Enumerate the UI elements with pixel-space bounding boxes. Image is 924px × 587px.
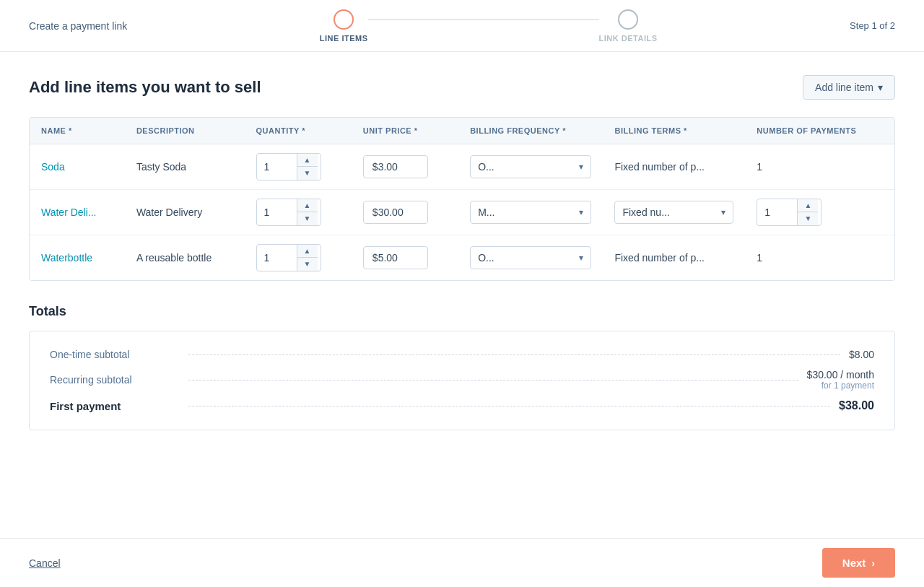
col-name: NAME *	[30, 118, 125, 144]
chevron-down-icon: ▾	[579, 162, 583, 172]
step-connector	[368, 19, 599, 20]
table-row: WaterbottleA reusable bottle ▲ ▼ O... ▾ …	[30, 235, 894, 281]
payments-stepper[interactable]: ▲ ▼	[757, 199, 821, 226]
totals-box: One-time subtotal$8.00Recurring subtotal…	[29, 331, 895, 430]
table-header-row: NAME * DESCRIPTION QUANTITY * UNIT PRICE…	[30, 118, 894, 144]
totals-row: Recurring subtotal$30.00 / monthfor 1 pa…	[50, 369, 874, 391]
quantity-increment[interactable]: ▲	[297, 154, 318, 167]
totals-sub: for 1 payment	[807, 381, 874, 391]
totals-value: $38.00	[839, 399, 874, 412]
page-header: Create a payment link LINE ITEMS LINK DE…	[0, 0, 924, 52]
table-row: Water Deli...Water Delivery ▲ ▼ M... ▾ F…	[30, 190, 894, 235]
totals-section: Totals One-time subtotal$8.00Recurring s…	[29, 304, 895, 430]
totals-label: First payment	[50, 400, 180, 412]
billing-frequency-dropdown[interactable]: O... ▾	[470, 155, 591, 178]
billing-terms-value: Fixed nu...	[622, 206, 669, 218]
chevron-down-icon: ▾	[579, 253, 583, 263]
quantity-input[interactable]	[257, 157, 297, 177]
item-description: Tasty Soda	[125, 144, 245, 190]
chevron-down-icon: ▾	[721, 207, 725, 217]
quantity-spinners: ▲ ▼	[297, 154, 318, 180]
quantity-increment[interactable]: ▲	[297, 245, 318, 258]
quantity-stepper[interactable]: ▲ ▼	[256, 153, 321, 181]
payments-increment[interactable]: ▲	[798, 199, 818, 212]
col-billing-terms: BILLING TERMS *	[603, 118, 745, 144]
quantity-spinners: ▲ ▼	[297, 199, 318, 225]
payments-input[interactable]	[757, 202, 797, 222]
payments-decrement[interactable]: ▼	[798, 212, 818, 225]
section-header: Add line items you want to sell Add line…	[29, 75, 895, 100]
quantity-decrement[interactable]: ▼	[297, 167, 318, 180]
billing-frequency-value: O...	[478, 252, 494, 264]
add-line-item-button[interactable]: Add line item ▾	[803, 75, 895, 100]
step-label-2: LINK DETAILS	[599, 34, 658, 43]
table-row: SodaTasty Soda ▲ ▼ O... ▾ Fixed number o…	[30, 144, 894, 190]
unit-price-input[interactable]	[363, 201, 428, 224]
billing-frequency-dropdown[interactable]: O... ▾	[470, 246, 591, 269]
totals-row: First payment$38.00	[50, 399, 874, 412]
quantity-increment[interactable]: ▲	[297, 199, 318, 212]
num-payments-text: 1	[745, 235, 894, 281]
step-link-details: LINK DETAILS	[599, 9, 658, 43]
payments-spinners: ▲ ▼	[797, 199, 818, 225]
billing-terms-text: Fixed number of p...	[603, 235, 745, 281]
item-name-link[interactable]: Water Deli...	[41, 206, 97, 218]
billing-frequency-value: O...	[478, 161, 494, 173]
totals-row: One-time subtotal$8.00	[50, 349, 874, 360]
quantity-stepper[interactable]: ▲ ▼	[256, 244, 321, 271]
totals-value: $8.00	[849, 349, 874, 360]
totals-label: Recurring subtotal	[50, 374, 180, 386]
col-description: DESCRIPTION	[125, 118, 245, 144]
step-circle-2	[618, 9, 638, 30]
step-indicator: Step 1 of 2	[850, 20, 895, 31]
chevron-down-icon: ▾	[878, 82, 883, 93]
col-billing-frequency: BILLING FREQUENCY *	[458, 118, 603, 144]
quantity-decrement[interactable]: ▼	[297, 258, 318, 271]
line-items-table: NAME * DESCRIPTION QUANTITY * UNIT PRICE…	[29, 117, 895, 281]
billing-terms-dropdown[interactable]: Fixed nu... ▾	[614, 201, 733, 224]
item-description: Water Delivery	[125, 190, 245, 235]
billing-frequency-value: M...	[478, 206, 494, 218]
step-circle-1	[334, 9, 354, 30]
totals-dots	[188, 380, 798, 381]
add-line-item-label: Add line item	[815, 82, 873, 93]
quantity-decrement[interactable]: ▼	[297, 212, 318, 225]
totals-dots	[188, 406, 830, 406]
step-label-1: LINE ITEMS	[320, 34, 368, 43]
totals-value: $30.00 / month	[807, 369, 874, 381]
section-title: Add line items you want to sell	[29, 78, 261, 97]
totals-dots	[188, 355, 840, 355]
unit-price-input[interactable]	[363, 246, 428, 269]
step-line-items: LINE ITEMS	[320, 9, 368, 43]
num-payments-text: 1	[745, 144, 894, 190]
page-title: Create a payment link	[29, 20, 127, 32]
billing-frequency-dropdown[interactable]: M... ▾	[470, 201, 591, 224]
stepper: LINE ITEMS LINK DETAILS	[127, 9, 850, 43]
main-content: Add line items you want to sell Add line…	[0, 52, 924, 538]
quantity-stepper[interactable]: ▲ ▼	[256, 199, 321, 226]
col-num-payments: NUMBER OF PAYMENTS	[745, 118, 894, 144]
quantity-input[interactable]	[257, 248, 297, 268]
billing-terms-text: Fixed number of p...	[603, 144, 745, 190]
totals-title: Totals	[29, 304, 895, 319]
item-name-link[interactable]: Waterbottle	[41, 252, 92, 264]
quantity-input[interactable]	[257, 202, 297, 222]
chevron-down-icon: ▾	[579, 207, 583, 217]
totals-label: One-time subtotal	[50, 349, 180, 360]
col-unit-price: UNIT PRICE *	[352, 118, 458, 144]
unit-price-input[interactable]	[363, 155, 428, 178]
quantity-spinners: ▲ ▼	[297, 245, 318, 271]
item-name-link[interactable]: Soda	[41, 161, 65, 173]
col-quantity: QUANTITY *	[245, 118, 352, 144]
item-description: A reusable bottle	[125, 235, 245, 281]
